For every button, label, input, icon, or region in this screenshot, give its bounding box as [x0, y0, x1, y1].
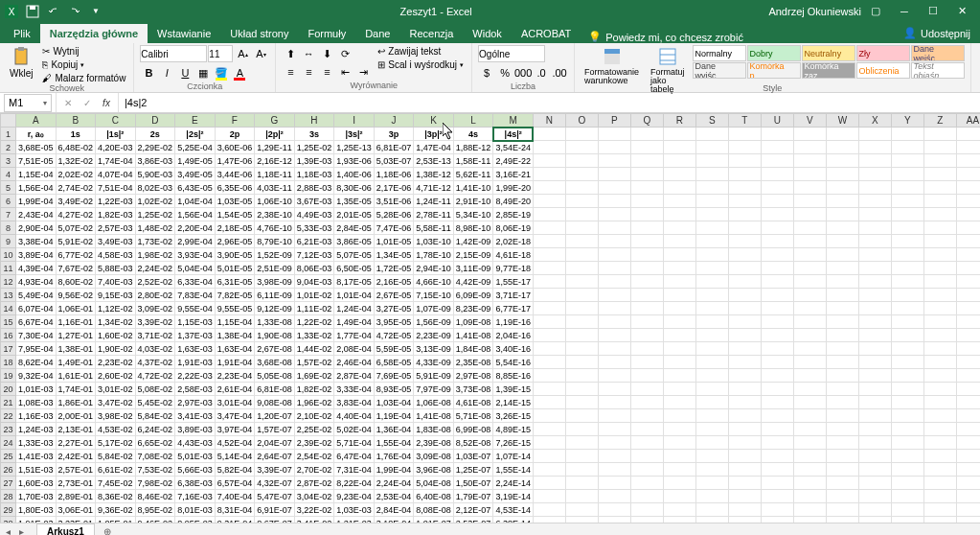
cell[interactable]: 8,52E-08 — [453, 436, 493, 450]
cell[interactable] — [793, 195, 826, 208]
cell[interactable] — [858, 289, 891, 302]
cell[interactable]: 5,90E-03 — [135, 168, 175, 181]
cell[interactable]: 3p — [374, 128, 414, 141]
cell[interactable] — [923, 168, 956, 181]
cell[interactable]: 2,46E-04 — [334, 356, 375, 369]
cell[interactable] — [728, 141, 761, 154]
cell[interactable] — [923, 409, 956, 423]
cell[interactable] — [695, 423, 728, 436]
cell[interactable] — [663, 248, 695, 262]
cell[interactable]: 6,33E-04 — [175, 275, 216, 289]
cell[interactable] — [891, 289, 923, 302]
cell[interactable]: 1,15E-03 — [175, 315, 216, 329]
cell[interactable]: 2,90E-04 — [16, 221, 57, 235]
cell[interactable] — [761, 463, 793, 477]
cell[interactable] — [761, 168, 793, 181]
cell[interactable]: 8,30E-06 — [334, 181, 375, 195]
cell[interactable] — [956, 154, 980, 168]
cell[interactable]: 1,18E-06 — [374, 168, 414, 181]
column-header[interactable]: F — [215, 114, 255, 128]
cell[interactable] — [826, 477, 858, 490]
cell[interactable] — [858, 503, 891, 517]
column-header[interactable]: A — [16, 114, 57, 128]
cell[interactable] — [663, 181, 695, 195]
cell[interactable] — [891, 208, 923, 221]
cell[interactable] — [695, 315, 728, 329]
cell[interactable] — [793, 168, 826, 181]
save-icon[interactable] — [25, 4, 40, 19]
row-header[interactable]: 3 — [1, 154, 16, 168]
cell[interactable] — [695, 450, 728, 463]
cell[interactable]: 1,54E-05 — [215, 208, 255, 221]
cell[interactable]: 1,57E-07 — [255, 423, 295, 436]
cell[interactable] — [695, 329, 728, 342]
cell[interactable]: 3,06E-01 — [56, 503, 96, 517]
cell[interactable] — [826, 154, 858, 168]
cell[interactable] — [598, 396, 630, 409]
maximize-button[interactable]: ☐ — [919, 0, 947, 22]
cell[interactable]: 5,91E-09 — [414, 369, 454, 383]
cell[interactable] — [728, 302, 761, 315]
cell[interactable] — [695, 168, 728, 181]
cell[interactable]: 2,84E-05 — [334, 221, 375, 235]
cell[interactable] — [728, 195, 761, 208]
cell[interactable]: 5,04E-08 — [414, 477, 454, 490]
cell[interactable]: 3,67E-03 — [294, 195, 334, 208]
cell[interactable]: 2,57E-01 — [56, 463, 96, 477]
cell[interactable]: 2,67E-08 — [255, 342, 295, 356]
cell[interactable] — [826, 409, 858, 423]
cell[interactable] — [891, 369, 923, 383]
cell[interactable] — [826, 329, 858, 342]
cell[interactable] — [533, 517, 565, 523]
column-header[interactable]: I — [334, 114, 375, 128]
cell[interactable]: 4,39E-04 — [16, 262, 57, 275]
cell[interactable]: 1,02E-02 — [135, 195, 175, 208]
cell[interactable]: 3,39E-02 — [135, 315, 175, 329]
cell[interactable] — [761, 490, 793, 503]
cell[interactable] — [891, 315, 923, 329]
cell[interactable]: 2,61E-04 — [215, 383, 255, 396]
cell[interactable]: 1,73E-02 — [135, 235, 175, 248]
cell[interactable]: 2,01E-05 — [334, 208, 375, 221]
cut-button[interactable]: ✂Wytnij — [40, 45, 127, 58]
cell[interactable] — [826, 369, 858, 383]
cell[interactable] — [761, 248, 793, 262]
cell[interactable] — [663, 208, 695, 221]
cell[interactable]: 2,52E-02 — [135, 275, 175, 289]
cell[interactable]: 8,49E-20 — [493, 195, 534, 208]
cell[interactable] — [695, 181, 728, 195]
cell[interactable] — [858, 248, 891, 262]
cell[interactable] — [761, 181, 793, 195]
cell[interactable]: 1,42E-09 — [453, 235, 493, 248]
cell[interactable]: 1,15E-04 — [16, 168, 57, 181]
cell[interactable] — [695, 248, 728, 262]
column-header[interactable]: R — [663, 114, 695, 128]
cell[interactable] — [858, 477, 891, 490]
cell[interactable]: 1,78E-10 — [414, 248, 454, 262]
cell[interactable]: 1,37E-03 — [175, 329, 216, 342]
cell[interactable] — [598, 154, 630, 168]
column-header[interactable]: Q — [630, 114, 663, 128]
cell[interactable]: 1,11E-02 — [294, 302, 334, 315]
cell[interactable]: 6,77E-17 — [493, 302, 534, 315]
column-header[interactable]: Z — [923, 114, 956, 128]
cell[interactable]: 4,27E-02 — [56, 208, 96, 221]
cell[interactable] — [956, 302, 980, 315]
cell[interactable]: 1,39E-03 — [294, 154, 334, 168]
tab-layout[interactable]: Układ strony — [220, 24, 298, 43]
cell[interactable] — [565, 141, 598, 154]
cell[interactable]: 5,49E-04 — [16, 289, 57, 302]
cell[interactable] — [630, 168, 663, 181]
column-header[interactable]: AA — [956, 114, 980, 128]
row-header[interactable]: 27 — [1, 477, 16, 490]
cell[interactable]: 1,69E-02 — [294, 369, 334, 383]
column-header[interactable]: X — [858, 114, 891, 128]
cell[interactable] — [565, 262, 598, 275]
cell[interactable]: 2,94E-10 — [414, 262, 454, 275]
cell[interactable] — [793, 356, 826, 369]
cell[interactable] — [565, 450, 598, 463]
cancel-formula-button[interactable]: ✕ — [60, 95, 76, 110]
cell[interactable] — [858, 490, 891, 503]
cell[interactable] — [728, 383, 761, 396]
cell[interactable] — [533, 490, 565, 503]
